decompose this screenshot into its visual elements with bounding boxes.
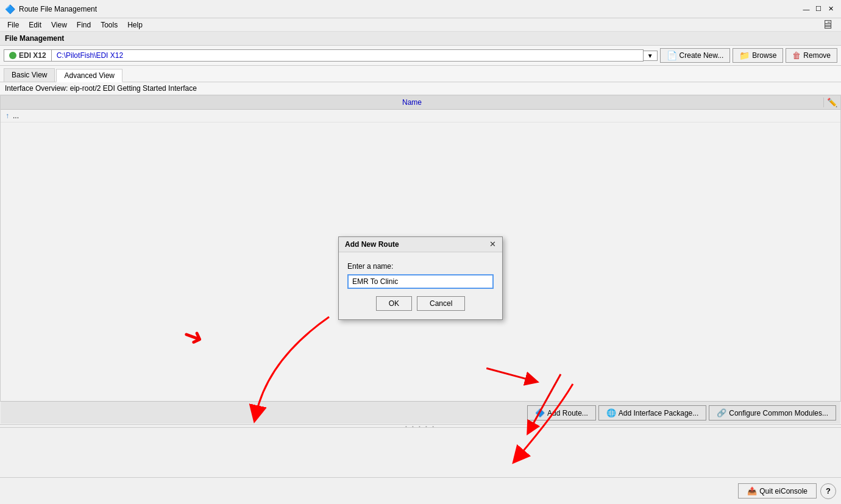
menu-bar: File Edit View Find Tools Help 🖥 <box>0 18 841 32</box>
route-name-input[interactable] <box>347 274 494 289</box>
dialog-label: Enter a name: <box>347 262 494 271</box>
add-new-route-dialog: Add New Route ✕ Enter a name: OK Cancel <box>338 236 503 320</box>
quit-eiconsole-button[interactable]: 📤 Quit eiConsole <box>738 483 817 499</box>
dialog-title-bar: Add New Route ✕ <box>339 237 502 252</box>
menu-edit[interactable]: Edit <box>24 20 46 30</box>
file-management-header: File Management <box>0 32 841 46</box>
edi-path: C:\PilotFish\EDI X12 <box>52 49 644 62</box>
browse-button[interactable]: 📁 Browse <box>733 48 783 63</box>
title-bar: 🔷 Route File Management — ☐ ✕ <box>0 0 841 18</box>
create-new-button[interactable]: 📄 Create New... <box>660 48 731 63</box>
remove-icon: 🗑 <box>792 51 801 60</box>
close-button[interactable]: ✕ <box>825 4 836 15</box>
dialog-overlay: Add New Route ✕ Enter a name: OK Cancel <box>1 96 840 424</box>
toolbar-row: EDI X12 C:\PilotFish\EDI X12 ▼ 📄 Create … <box>0 46 841 66</box>
help-button[interactable]: ? <box>820 483 836 499</box>
quit-row: 📤 Quit eiConsole ? <box>0 477 841 504</box>
main-content: Name ✏️ ↑ ... ➜ Add New Route ✕ <box>0 95 841 424</box>
menu-help[interactable]: Help <box>122 20 147 30</box>
minimize-button[interactable]: — <box>801 4 812 15</box>
quit-icon: 📤 <box>747 486 757 495</box>
tabs-row: Basic View Advanced View <box>0 66 841 82</box>
dialog-cancel-button[interactable]: Cancel <box>417 296 465 311</box>
browse-icon: 📁 <box>739 51 750 60</box>
tab-basic-view[interactable]: Basic View <box>4 68 55 82</box>
resize-handle[interactable]: • • • • • <box>0 424 841 428</box>
dialog-buttons: OK Cancel <box>347 296 494 311</box>
app-icon: 🔷 <box>5 4 15 14</box>
edi-label: EDI X12 <box>4 49 52 62</box>
edi-green-circle <box>9 52 16 59</box>
maximize-button[interactable]: ☐ <box>813 4 824 15</box>
path-dropdown-button[interactable]: ▼ <box>644 51 658 61</box>
tab-advanced-view[interactable]: Advanced View <box>56 69 122 82</box>
dialog-close-button[interactable]: ✕ <box>489 240 496 248</box>
interface-overview: Interface Overview: eip-root/2 EDI Getti… <box>0 82 841 95</box>
remove-button[interactable]: 🗑 Remove <box>786 48 837 63</box>
menu-view[interactable]: View <box>46 20 72 30</box>
help-icon: 🖥 <box>821 18 834 32</box>
dialog-title: Add New Route <box>345 240 399 249</box>
dialog-body: Enter a name: OK Cancel <box>339 252 502 319</box>
menu-file[interactable]: File <box>2 20 24 30</box>
app-title: Route File Management <box>19 5 97 13</box>
menu-find[interactable]: Find <box>72 20 96 30</box>
dialog-ok-button[interactable]: OK <box>376 296 412 311</box>
menu-tools[interactable]: Tools <box>96 20 122 30</box>
create-new-icon: 📄 <box>667 51 677 60</box>
